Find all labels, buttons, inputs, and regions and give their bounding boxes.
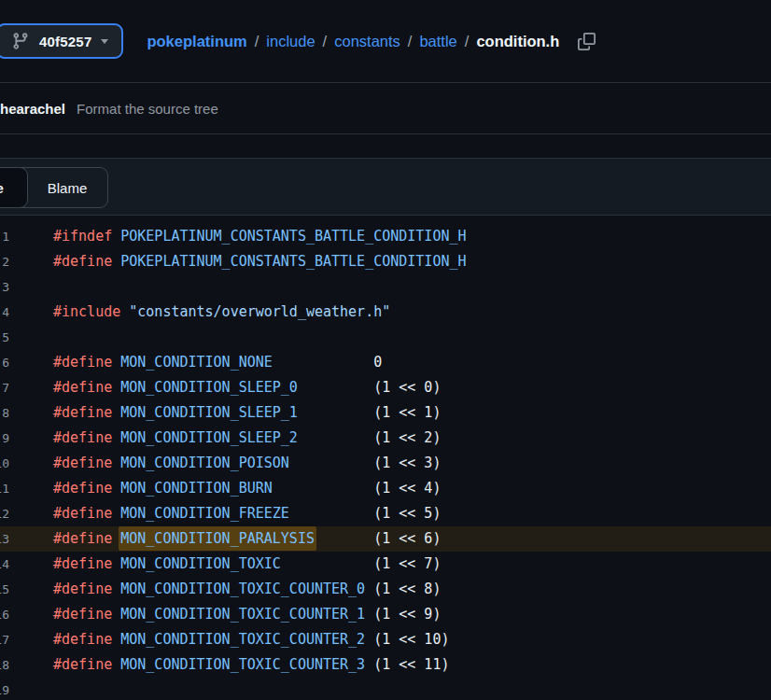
line-number[interactable]: 13 xyxy=(0,526,9,552)
line-number[interactable]: 12 xyxy=(0,501,9,526)
line-number[interactable]: 16 xyxy=(0,602,9,627)
code-token: (1 << 11) xyxy=(365,656,449,673)
code-line-content: #define MON_CONDITION_FREEZE (1 << 5) xyxy=(9,501,441,526)
breadcrumb-folder-battle[interactable]: battle xyxy=(419,33,456,50)
code-line-content: #define MON_CONDITION_SLEEP_0 (1 << 0) xyxy=(9,375,441,400)
code-token[interactable]: MON_CONDITION_SLEEP_2 xyxy=(120,429,298,446)
line-number[interactable]: 18 xyxy=(0,652,9,678)
code-line: 14#define MON_CONDITION_TOXIC (1 << 7) xyxy=(0,552,771,577)
code-line-content: #define POKEPLATINUM_CONSTANTS_BATTLE_CO… xyxy=(9,249,467,274)
tab-blame[interactable]: Blame xyxy=(27,168,107,207)
code-token[interactable]: POKEPLATINUM_CONSTANTS_BATTLE_CONDITION_… xyxy=(120,253,466,270)
code-listing: 1#ifndef POKEPLATINUM_CONSTANTS_BATTLE_C… xyxy=(0,216,771,700)
code-line-content: #include "constants/overworld_weather.h" xyxy=(9,300,390,325)
code-line: 4#include "constants/overworld_weather.h… xyxy=(0,300,771,325)
code-token: #define xyxy=(53,379,112,396)
code-token: #define xyxy=(53,606,112,623)
code-token xyxy=(112,581,120,597)
line-number[interactable]: 15 xyxy=(0,577,9,602)
line-number[interactable]: 7 xyxy=(0,375,9,400)
code-token xyxy=(112,455,120,471)
line-number[interactable]: 19 xyxy=(0,678,9,700)
code-token: #define xyxy=(53,656,112,673)
code-token[interactable]: MON_CONDITION_TOXIC_COUNTER_0 xyxy=(120,581,365,597)
highlighted-symbol[interactable]: MON_CONDITION_PARALYSIS xyxy=(119,526,316,551)
code-line: 10#define MON_CONDITION_POISON (1 << 3) xyxy=(0,451,771,476)
code-token: (1 << 5) xyxy=(289,505,442,522)
code-token xyxy=(112,404,120,421)
code-line-content: #define MON_CONDITION_TOXIC (1 << 7) xyxy=(9,552,441,577)
line-number[interactable]: 3 xyxy=(0,274,9,300)
line-number[interactable]: 11 xyxy=(0,476,9,501)
code-line: 1#ifndef POKEPLATINUM_CONSTANTS_BATTLE_C… xyxy=(0,224,771,249)
line-number[interactable]: 9 xyxy=(0,426,9,451)
code-line: 2#define POKEPLATINUM_CONSTANTS_BATTLE_C… xyxy=(0,249,771,274)
code-line: 11#define MON_CONDITION_BURN (1 << 4) xyxy=(0,476,771,501)
line-number[interactable]: 6 xyxy=(0,350,9,375)
code-line-content: #define MON_CONDITION_TOXIC_COUNTER_0 (1… xyxy=(9,577,441,602)
line-number[interactable]: 5 xyxy=(0,325,9,350)
code-line: 7#define MON_CONDITION_SLEEP_0 (1 << 0) xyxy=(0,375,771,400)
line-number[interactable]: 2 xyxy=(0,249,9,274)
code-line: 9#define MON_CONDITION_SLEEP_2 (1 << 2) xyxy=(0,426,771,451)
latest-commit-bar: hearachel Format the source tree xyxy=(0,83,771,134)
tab-code[interactable]: Code xyxy=(0,168,27,207)
line-number[interactable]: 8 xyxy=(0,400,9,426)
code-line: 13#define MON_CONDITION_PARALYSIS (1 << … xyxy=(0,526,771,552)
code-line-content: #define MON_CONDITION_BURN (1 << 4) xyxy=(9,476,441,501)
line-number[interactable]: 4 xyxy=(0,300,9,325)
code-token: (1 << 9) xyxy=(365,606,441,623)
code-token: (1 << 7) xyxy=(281,555,442,572)
code-line-content: #define MON_CONDITION_TOXIC_COUNTER_2 (1… xyxy=(9,627,449,652)
code-line-content: #define MON_CONDITION_NONE 0 xyxy=(9,350,382,375)
code-token: #define xyxy=(53,631,112,648)
code-token[interactable]: MON_CONDITION_SLEEP_1 xyxy=(120,404,298,421)
code-token: #define xyxy=(53,480,112,497)
code-token: #define xyxy=(53,354,112,371)
commit-author[interactable]: hearachel xyxy=(0,101,65,117)
code-line-content xyxy=(9,325,53,350)
file-header: 40f5257 pokeplatinum / include / constan… xyxy=(0,0,771,83)
code-line-content: #define MON_CONDITION_PARALYSIS (1 << 6) xyxy=(9,526,441,552)
code-line: 5 xyxy=(0,325,771,350)
copy-path-button[interactable] xyxy=(576,31,597,52)
code-line: 18#define MON_CONDITION_TOXIC_COUNTER_3 … xyxy=(0,652,771,678)
code-token: (1 << 3) xyxy=(289,455,442,471)
code-line: 12#define MON_CONDITION_FREEZE (1 << 5) xyxy=(0,501,771,526)
code-token[interactable]: POKEPLATINUM_CONSTANTS_BATTLE_CONDITION_… xyxy=(120,228,466,245)
line-number[interactable]: 14 xyxy=(0,552,9,577)
breadcrumb-folder-constants[interactable]: constants xyxy=(334,33,400,50)
code-token[interactable]: MON_CONDITION_TOXIC_COUNTER_2 xyxy=(120,631,365,648)
line-number[interactable]: 17 xyxy=(0,627,9,652)
code-token xyxy=(120,303,129,320)
code-line-content xyxy=(9,274,53,300)
copy-icon xyxy=(578,33,596,50)
line-number[interactable]: 1 xyxy=(0,224,9,249)
code-token[interactable]: MON_CONDITION_NONE xyxy=(120,354,273,371)
code-token[interactable]: MON_CONDITION_BURN xyxy=(120,480,273,497)
code-token: #define xyxy=(53,555,112,572)
code-token[interactable]: MON_CONDITION_TOXIC xyxy=(120,555,281,572)
code-line: 19 xyxy=(0,678,771,700)
breadcrumb-repo-link[interactable]: pokeplatinum xyxy=(147,33,246,50)
breadcrumb-separator: / xyxy=(255,33,259,50)
code-token: #define xyxy=(53,530,112,547)
code-token[interactable]: MON_CONDITION_POISON xyxy=(120,455,289,471)
code-token xyxy=(112,228,120,245)
code-token: 0 xyxy=(273,354,382,371)
code-token[interactable]: MON_CONDITION_FREEZE xyxy=(120,505,289,522)
code-token: #define xyxy=(53,455,112,471)
breadcrumb-file-name: condition.h xyxy=(476,33,559,50)
breadcrumb-folder-include[interactable]: include xyxy=(266,33,315,50)
line-number[interactable]: 10 xyxy=(0,451,9,476)
code-line: 17#define MON_CONDITION_TOXIC_COUNTER_2 … xyxy=(0,627,771,652)
code-token: (1 << 1) xyxy=(298,404,442,421)
code-line-content: #define MON_CONDITION_SLEEP_1 (1 << 1) xyxy=(9,400,441,426)
code-token[interactable]: MON_CONDITION_TOXIC_COUNTER_3 xyxy=(120,656,365,673)
code-token[interactable]: MON_CONDITION_SLEEP_0 xyxy=(120,379,298,396)
commit-message-link[interactable]: Format the source tree xyxy=(77,101,218,117)
breadcrumb: pokeplatinum / include / constants / bat… xyxy=(147,31,597,52)
code-line-content xyxy=(9,678,53,700)
code-token[interactable]: MON_CONDITION_TOXIC_COUNTER_1 xyxy=(120,606,365,623)
branch-selector-button[interactable]: 40f5257 xyxy=(0,23,123,59)
